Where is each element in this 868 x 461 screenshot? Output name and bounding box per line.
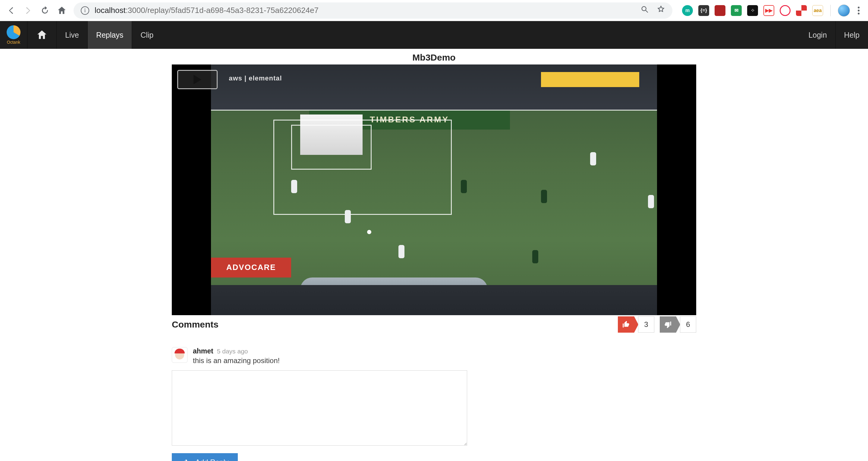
comment-avatar [172,347,187,363]
reply-textarea[interactable] [172,370,467,445]
nav-login[interactable]: Login [800,21,835,49]
svg-line-1 [646,10,648,13]
forward-button[interactable] [23,5,33,16]
extension-icon[interactable]: {=} [698,5,709,16]
url-path: :3000/replay/5fad571d-a698-45a3-8231-75a… [126,6,318,15]
app-navbar: Octank Live Replays Clip Login Help [0,21,868,49]
video-title: Mb3Demo [412,53,456,63]
extensions-row: m {=} ✉ ⁘ ▶▶ aea [682,4,862,17]
like-control: 3 [618,316,654,333]
dislike-control: 6 [660,316,696,333]
browser-menu-icon[interactable] [855,7,862,14]
player [291,180,297,193]
extension-icon[interactable] [780,5,790,16]
extension-icon[interactable]: aea [812,5,823,16]
comment-text: this is an amazing position! [193,357,467,365]
nav-clip[interactable]: Clip [132,21,162,49]
site-info-icon[interactable]: i [81,6,89,15]
page-content: Mb3Demo TIMBERS ARMY aws | elemental [0,49,868,461]
compose-icon [181,459,188,461]
bookmark-star-icon[interactable] [657,5,665,16]
extension-icon[interactable] [796,5,807,16]
extension-icon[interactable] [715,5,725,16]
browser-chrome: i localhost:3000/replay/5fad571d-a698-45… [0,0,868,21]
separator [830,5,831,16]
extension-icon[interactable]: ✉ [731,5,742,16]
nav-replays[interactable]: Replays [87,21,132,49]
nav-help[interactable]: Help [835,21,868,49]
logo-icon [7,25,21,39]
nav-live[interactable]: Live [56,21,87,49]
comments-area: ahmet 5 days ago this is an amazing posi… [172,347,696,461]
below-video-row: Comments 3 6 [172,316,696,333]
letterbox [172,64,211,315]
comment-timestamp: 5 days ago [217,348,248,355]
url-host: localhost [95,6,126,15]
svg-point-0 [642,7,646,11]
pointer-icon [676,316,680,333]
dislike-button[interactable] [660,316,676,333]
url-text: localhost:3000/replay/5fad571d-a698-45a3… [95,6,635,15]
thumbs-up-icon [622,320,630,329]
video-player[interactable]: TIMBERS ARMY aws | elemental ADVOCARE [172,64,696,315]
nav-home-icon[interactable] [27,21,56,49]
like-button[interactable] [618,316,634,333]
comment-item: ahmet 5 days ago this is an amazing posi… [172,347,467,365]
crowd [211,285,657,315]
like-count: 3 [638,316,654,333]
vote-group: 3 6 [618,316,696,333]
comment-author: ahmet [193,347,213,355]
extension-icon[interactable]: m [682,5,693,16]
player [532,250,538,263]
play-icon [193,75,201,84]
comments-heading: Comments [172,319,618,330]
reload-button[interactable] [40,5,50,16]
address-bar[interactable]: i localhost:3000/replay/5fad571d-a698-45… [73,2,673,19]
ball [367,230,371,234]
player [345,210,351,223]
player [541,190,547,203]
extension-icon[interactable]: ▶▶ [764,5,774,16]
add-reply-label: Add Reply [195,458,229,461]
video-frame: TIMBERS ARMY aws | elemental ADVOCARE [211,64,657,315]
player [398,245,404,258]
brand-logo[interactable]: Octank [0,21,27,49]
player [590,152,596,165]
pointer-icon [634,316,638,333]
player [461,180,467,193]
extension-icon[interactable]: ⁘ [747,5,758,16]
back-button[interactable] [6,5,16,16]
video-watermark: aws | elemental [229,74,282,82]
ad-board-red: ADVOCARE [211,257,291,278]
dislike-count: 6 [680,316,696,333]
letterbox [657,64,696,315]
brand-name: Octank [7,40,20,44]
profile-avatar[interactable] [838,4,850,17]
zoom-icon[interactable] [641,5,649,16]
player [648,195,654,208]
play-button[interactable] [177,70,218,89]
add-reply-button[interactable]: Add Reply [172,453,238,461]
home-button[interactable] [57,5,67,16]
thumbs-down-icon [664,320,672,329]
